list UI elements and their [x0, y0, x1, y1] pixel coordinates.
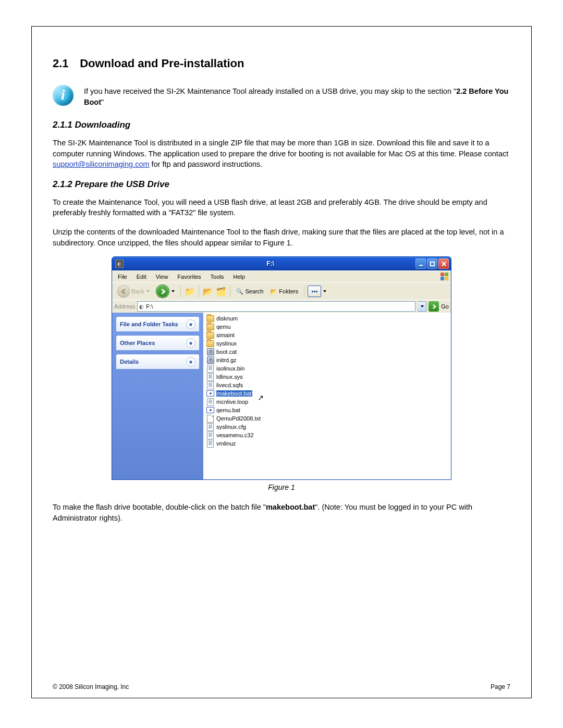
file-list[interactable]: disknumqemusimaintsyslinuxboot.catinitrd… — [203, 313, 451, 479]
forward-icon — [156, 285, 169, 298]
back-icon — [117, 285, 130, 298]
file-item[interactable]: boot.cat — [206, 348, 448, 356]
figure-caption: Figure 1 — [53, 483, 510, 491]
up-folder-button[interactable]: 📁 — [184, 286, 195, 297]
tasks-sidebar: File and Folder Tasks Other Places Detai… — [112, 313, 203, 479]
system-file-icon — [206, 356, 214, 364]
file-item[interactable]: disknum — [206, 314, 448, 323]
downloading-paragraph: The SI-2K Maintenance Tool is distribute… — [53, 138, 510, 170]
drive-mini-icon: ◐ — [139, 304, 144, 310]
file-name: vesamenu.c32 — [216, 432, 254, 438]
file-name: disknum — [216, 315, 238, 322]
file-item[interactable]: syslinux.cfg — [206, 423, 448, 431]
address-field[interactable]: ◐ F:\ — [137, 301, 415, 312]
file-item[interactable]: ldlinux.sys — [206, 373, 448, 381]
menu-edit[interactable]: Edit — [133, 273, 150, 281]
file-item[interactable]: qemu.bat — [206, 406, 448, 414]
sidebar-panel-tasks[interactable]: File and Folder Tasks — [116, 317, 199, 331]
file-item[interactable]: mcnlive.loop — [206, 398, 448, 406]
address-value: F:\ — [146, 303, 153, 310]
support-email-link[interactable]: support@siliconimaging.com — [53, 160, 150, 168]
folder-icon — [206, 340, 214, 347]
file-name: qemu.bat — [216, 407, 240, 413]
subheading-prepare-usb: 2.1.2 Prepare the USB Drive — [53, 179, 510, 190]
menu-view[interactable]: View — [152, 273, 172, 281]
search-icon: 🔍 — [236, 288, 243, 295]
sidebar-panel-other-places[interactable]: Other Places — [116, 336, 199, 350]
file-item[interactable]: syslinux — [206, 339, 448, 348]
delete-folder-button[interactable]: 🗂️ — [215, 286, 227, 297]
drive-icon: ◐ — [115, 260, 124, 268]
batch-file-icon — [206, 406, 214, 414]
menu-file[interactable]: File — [114, 273, 131, 281]
menu-help[interactable]: Help — [229, 273, 249, 281]
prepare-paragraph-2: Unzip the contents of the downloaded Mai… — [53, 227, 510, 248]
file-name: ldlinux.sys — [216, 374, 243, 380]
file-item[interactable]: livecd.sqfs — [206, 381, 448, 389]
address-dropdown-button[interactable] — [418, 301, 426, 312]
info-icon: i — [53, 85, 74, 106]
file-item[interactable]: simaint — [206, 331, 448, 339]
file-name: QemuPdl2008.txt — [216, 415, 261, 422]
file-name: initrd.gz — [216, 357, 237, 363]
minimize-button[interactable] — [415, 258, 426, 269]
chevron-down-icon[interactable] — [186, 319, 195, 329]
prepare-paragraph-1: To create the Maintenance Tool, you will… — [53, 197, 510, 218]
file-name: simaint — [216, 332, 235, 338]
file-item[interactable]: makeboot.bat↖ — [206, 389, 448, 398]
menubar: File Edit View Favorites Tools Help — [112, 270, 451, 282]
window-title: F:\ — [126, 260, 414, 267]
views-button[interactable] — [308, 286, 321, 297]
file-name: qemu — [216, 324, 231, 330]
file-item[interactable]: qemu — [206, 323, 448, 331]
file-item[interactable]: initrd.gz — [206, 356, 448, 364]
folder-shortcut-button[interactable]: 📂 — [202, 286, 214, 297]
file-item[interactable]: vesamenu.c32 — [206, 431, 448, 439]
file-name: livecd.sqfs — [216, 382, 243, 388]
explorer-window: ◐ F:\ File Edit View Favorites Tools Hel… — [112, 256, 451, 480]
titlebar[interactable]: ◐ F:\ — [112, 257, 451, 270]
info-text: If you have received the SI-2K Maintenan… — [84, 85, 510, 107]
section-number: 2.1 — [53, 57, 77, 70]
file-name: isolinux.bin — [216, 365, 244, 372]
menu-tools[interactable]: Tools — [207, 273, 228, 281]
go-button[interactable] — [429, 301, 439, 312]
close-button[interactable] — [438, 258, 449, 269]
menu-favorites[interactable]: Favorites — [174, 273, 204, 281]
file-icon — [206, 431, 214, 439]
file-item[interactable]: vmlinuz — [206, 439, 448, 448]
page-frame: 2.1 Download and Pre-installation i If y… — [31, 26, 532, 698]
info-callout: i If you have received the SI-2K Mainten… — [53, 85, 510, 107]
forward-button[interactable] — [154, 283, 177, 299]
chevron-down-icon[interactable] — [186, 338, 195, 348]
folders-button[interactable]: 📂 Folders — [267, 287, 301, 297]
page-number: Page 7 — [491, 683, 510, 690]
chevron-down-icon[interactable] — [186, 357, 195, 366]
file-name: boot.cat — [216, 349, 237, 355]
maximize-button[interactable] — [427, 258, 437, 269]
file-name: syslinux.cfg — [216, 424, 246, 430]
page-footer: © 2008 Silicon Imaging, Inc Page 7 — [53, 683, 510, 690]
file-item[interactable]: QemuPdl2008.txt — [206, 414, 448, 423]
file-name: mcnlive.loop — [216, 399, 248, 405]
section-title: Download and Pre-installation — [80, 57, 244, 70]
section-heading: 2.1 Download and Pre-installation — [53, 57, 510, 70]
address-label: Address — [114, 303, 135, 310]
toolbar: Back 📁 📂 🗂️ 🔍 Search — [112, 282, 451, 300]
file-item[interactable]: isolinux.bin — [206, 364, 448, 373]
system-file-icon — [206, 348, 214, 355]
svg-rect-0 — [430, 262, 434, 266]
subheading-downloading: 2.1.1 Downloading — [53, 120, 510, 130]
file-icon — [206, 440, 214, 447]
file-name: vmlinuz — [216, 440, 236, 447]
folder-icon — [206, 323, 214, 330]
address-bar: Address ◐ F:\ Go — [112, 300, 451, 313]
search-button[interactable]: 🔍 Search — [234, 287, 266, 297]
sidebar-panel-details[interactable]: Details — [116, 354, 199, 369]
cursor-icon: ↖ — [258, 393, 264, 402]
text-file-icon — [206, 415, 214, 422]
folders-icon: 📂 — [270, 288, 277, 295]
closing-paragraph: To make the flash drive bootable, double… — [53, 502, 510, 523]
figure-1: ◐ F:\ File Edit View Favorites Tools Hel… — [53, 256, 510, 480]
file-icon — [206, 381, 214, 389]
